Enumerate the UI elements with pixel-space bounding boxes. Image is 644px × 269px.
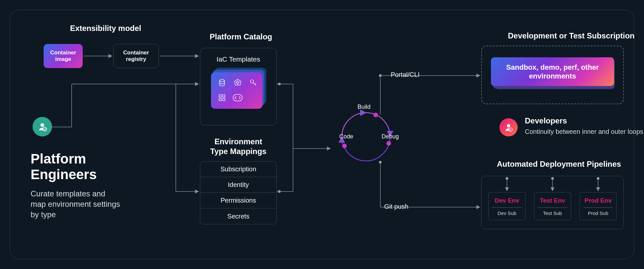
pipeline-dev-env: Dev Env Dev Sub (488, 192, 525, 220)
svg-line-38 (238, 82, 240, 82)
extensibility-title: Extensibility model (70, 24, 141, 33)
svg-rect-46 (233, 94, 242, 101)
container-registry-label: Container registry (114, 50, 159, 63)
container-registry-card: Container registry (113, 44, 159, 68)
svg-rect-42 (219, 95, 221, 97)
code-icon (232, 92, 244, 104)
iac-template-cards (211, 68, 266, 109)
pipeline-env-name: Dev Env (489, 197, 525, 204)
platform-catalog-box: IaC Templates (200, 48, 277, 125)
portal-cli-label: Portal/CLI (391, 71, 420, 78)
platform-catalog-title: Platform Catalog (210, 32, 272, 41)
sandbox-environments-card: Sandbox, demo, perf, other environments (491, 57, 614, 89)
svg-line-41 (255, 83, 256, 84)
env-row-permissions: Permissions (200, 193, 276, 208)
env-type-mappings-title: Environment Type Mappings (205, 137, 272, 156)
database-icon (216, 77, 228, 89)
container-image-card: Container image (44, 44, 83, 68)
platform-engineers-block: PlatformEngineers Curate templates and m… (31, 114, 122, 220)
svg-point-32 (219, 79, 224, 82)
dev-test-subscription-title: Development or Test Subscription (508, 31, 635, 40)
pipelines-title: Automated Deployment Pipelines (497, 160, 621, 169)
svg-point-34 (237, 82, 239, 84)
developers-description: Continuity between inner and outer loops (525, 127, 643, 136)
key-icon (247, 77, 259, 89)
sandbox-label: Sandbox, demo, perf, other environments (491, 63, 614, 81)
apps-icon (216, 92, 228, 104)
loop-build-label: Build (357, 104, 371, 110)
env-type-mappings-box: Subscription Identity Permissions Secret… (200, 161, 277, 224)
svg-rect-44 (219, 98, 221, 101)
git-push-label: Git push (384, 203, 408, 210)
svg-point-47 (507, 124, 511, 128)
persona-description: Curate templates and map environment set… (31, 189, 122, 220)
pipeline-env-name: Prod Env (580, 197, 616, 204)
pipeline-prod-env: Prod Env Prod Sub (580, 192, 617, 220)
pipeline-env-sub: Dev Sub (492, 207, 522, 216)
developers-title: Developers (525, 116, 643, 125)
pipeline-test-env: Test Env Test Sub (534, 192, 571, 220)
pipeline-env-name: Test Env (534, 197, 571, 204)
iac-templates-label: IaC Templates (207, 55, 269, 63)
svg-line-37 (236, 82, 237, 82)
developers-block: Developers Continuity between inner and … (525, 116, 643, 136)
persona-title: PlatformEngineers (31, 151, 122, 183)
env-row-subscription: Subscription (200, 162, 276, 177)
loop-debug-label: Debug (382, 133, 399, 140)
svg-rect-43 (223, 95, 225, 97)
loop-code-label: Code (339, 133, 353, 140)
kubernetes-icon (232, 77, 244, 89)
env-row-secrets: Secrets (200, 208, 276, 224)
container-image-label: Container image (44, 50, 83, 63)
developer-icon (499, 118, 518, 136)
env-row-identity: Identity (200, 177, 276, 193)
pipeline-env-sub: Test Sub (538, 207, 567, 216)
pipeline-env-sub: Prod Sub (583, 207, 613, 216)
svg-rect-45 (223, 98, 225, 101)
